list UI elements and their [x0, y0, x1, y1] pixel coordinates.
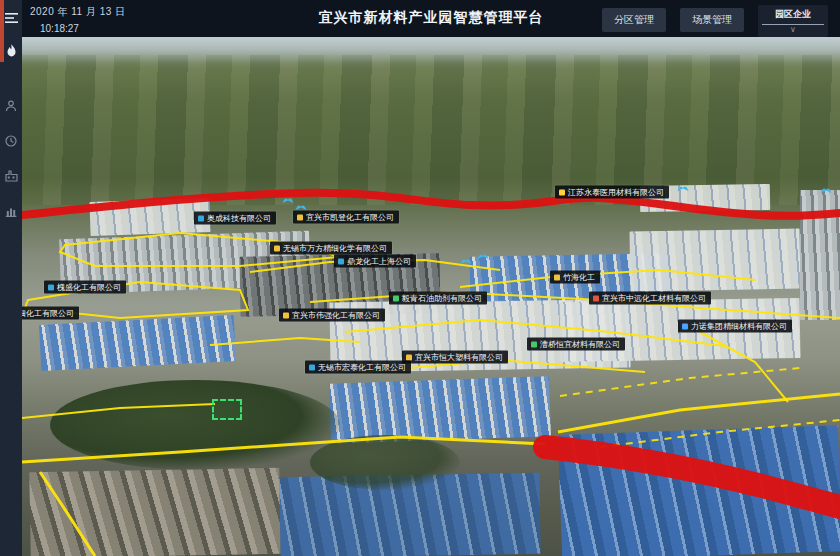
sidebar-item-enterprise[interactable]: [0, 164, 22, 188]
company-label-text: 毅青石油助剂有限公司: [402, 294, 482, 303]
company-marker-icon: [406, 354, 412, 360]
company-label-text: 槐盛化工有限公司: [57, 283, 121, 292]
left-sidebar: [0, 0, 22, 556]
hamburger-icon: [5, 13, 18, 24]
company-marker-icon: [338, 258, 344, 264]
company-marker-icon: [283, 312, 289, 318]
person-icon: [5, 100, 17, 112]
drone-marker-icon[interactable]: [820, 185, 833, 195]
company-label[interactable]: 宜兴市凯登化工有限公司: [293, 211, 399, 224]
factory-icon: [5, 170, 18, 182]
active-nav-indicator: [0, 0, 4, 62]
company-marker-icon: [309, 364, 315, 370]
company-label[interactable]: 竹海化工: [550, 271, 600, 284]
chevron-down-icon: ∨: [762, 25, 824, 35]
company-label-text: 江苏永泰医用材料有限公司: [568, 188, 664, 197]
company-label[interactable]: 宜兴市伟强化工有限公司: [279, 309, 385, 322]
company-label[interactable]: 力诺集团精细材料有限公司: [678, 320, 792, 333]
company-marker-icon: [531, 341, 537, 347]
company-label[interactable]: 宜兴市中远化工材料有限公司: [589, 292, 711, 305]
company-label[interactable]: 毅青石油助剂有限公司: [389, 292, 487, 305]
company-marker-icon: [393, 295, 399, 301]
company-marker-icon: [682, 323, 688, 329]
scene-management-button[interactable]: 场景管理: [680, 8, 744, 32]
company-label-text: 奥成科技有限公司: [207, 214, 271, 223]
drone-marker-icon[interactable]: [460, 256, 473, 266]
traffic-alert-ribbon-lower: [545, 447, 840, 507]
company-label[interactable]: 江苏永泰医用材料有限公司: [555, 186, 669, 199]
company-label[interactable]: 宜兴市恒大塑料有限公司: [402, 351, 508, 364]
company-label-text: 鼎龙化工上海公司: [347, 257, 411, 266]
park-enterprise-dropdown[interactable]: 园区企业 ∨: [758, 5, 828, 37]
company-label[interactable]: 无锡市万方精细化学有限公司: [270, 242, 392, 255]
zone-management-button[interactable]: 分区管理: [602, 8, 666, 32]
traffic-alert-ribbon-upper: [22, 193, 840, 216]
company-label-text: 无锡市万方精细化学有限公司: [283, 244, 387, 253]
company-marker-icon: [48, 284, 54, 290]
company-label-text: 宜兴市伟强化工有限公司: [292, 311, 380, 320]
company-marker-icon: [297, 214, 303, 220]
drone-marker-icon[interactable]: [477, 251, 490, 261]
company-label-text: 宜兴市中远化工材料有限公司: [602, 294, 706, 303]
flame-icon: [6, 44, 17, 57]
company-marker-icon: [198, 215, 204, 221]
company-label-text: 漕桥恒宜材料有限公司: [540, 340, 620, 349]
company-label-text: 宜兴市凯登化工有限公司: [306, 213, 394, 222]
bar-chart-icon: [5, 205, 17, 217]
company-marker-icon: [274, 245, 280, 251]
sidebar-item-statistics[interactable]: [0, 199, 22, 223]
company-marker-icon: [554, 274, 560, 280]
company-label-text: 竹海化工: [563, 273, 595, 282]
company-marker-icon: [593, 295, 599, 301]
company-label[interactable]: 槐盛化工有限公司: [44, 281, 126, 294]
sidebar-item-personnel[interactable]: [0, 94, 22, 118]
top-header: 2020 年 11 月 13 日 10:18:27 宜兴市新材料产业园智慧管理平…: [22, 0, 840, 37]
gauge-icon: [5, 135, 17, 147]
company-label[interactable]: 无锡市宏泰化工有限公司: [305, 361, 411, 374]
company-label[interactable]: 鼎龙化工上海公司: [334, 255, 416, 268]
dropdown-label: 园区企业: [762, 8, 824, 25]
drone-marker-icon[interactable]: [282, 195, 295, 205]
company-label-text: 无锡市宏泰化工有限公司: [318, 363, 406, 372]
company-label[interactable]: 奥成科技有限公司: [194, 212, 276, 225]
header-actions: 分区管理 场景管理 园区企业 ∨: [602, 5, 828, 37]
company-marker-icon: [559, 189, 565, 195]
drone-marker-icon[interactable]: [677, 183, 690, 193]
company-label[interactable]: 漕桥恒宜材料有限公司: [527, 338, 625, 351]
company-label-text: 力诺集团精细材料有限公司: [691, 322, 787, 331]
sidebar-item-monitor-gauge[interactable]: [0, 129, 22, 153]
company-label-text: 宜兴市恒大塑料有限公司: [415, 353, 503, 362]
